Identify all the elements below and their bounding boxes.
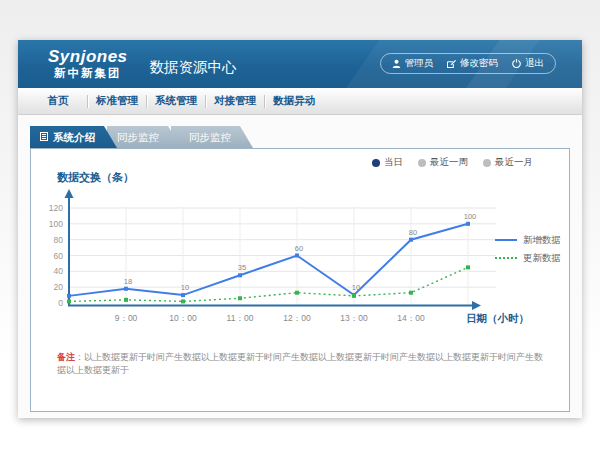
legend-item-updated-data[interactable]: 更新数据 [495, 249, 561, 267]
chart-legend: 新增数据 更新数据 [495, 231, 561, 267]
filter-label: 最近一月 [495, 156, 533, 169]
footnote-prefix: 备注 [57, 352, 75, 362]
svg-text:日期（小时）: 日期（小时） [466, 312, 529, 325]
edit-icon [447, 59, 456, 68]
radio-icon [418, 159, 426, 167]
svg-text:10：00: 10：00 [169, 313, 197, 323]
filter-label: 最近一周 [430, 156, 468, 169]
current-user[interactable]: 管理员 [392, 57, 434, 70]
user-name-label: 管理员 [405, 57, 434, 70]
svg-text:60: 60 [54, 251, 64, 261]
tab-sync-monitor-1[interactable]: 同步监控 [107, 126, 181, 148]
tab-label: 系统介绍 [53, 126, 95, 148]
nav-item-standard-mgmt[interactable]: 标准管理 [88, 94, 146, 108]
footnote-text: ：以上数据更新于时间产生数据以上数据更新于时间产生数据以上数据更新于时间产生数据… [57, 352, 543, 375]
svg-text:120: 120 [49, 203, 63, 213]
svg-text:100: 100 [464, 212, 477, 221]
svg-text:10: 10 [352, 283, 360, 292]
user-icon [392, 59, 401, 68]
svg-text:35: 35 [238, 263, 246, 272]
filter-last-week[interactable]: 最近一周 [418, 156, 468, 169]
radio-icon [483, 159, 491, 167]
brand-name: Synjones [48, 48, 128, 67]
chart-panel: 当日 最近一周 最近一月 数据交换（条） 0204060801001209：00… [30, 148, 570, 412]
svg-text:12：00: 12：00 [283, 313, 311, 323]
brand-subtitle: 新中新集团 [48, 67, 128, 80]
svg-text:40: 40 [54, 266, 64, 276]
tab-bar: 系统介绍 同步监控 同步监控 [18, 115, 582, 148]
svg-text:9：00: 9：00 [115, 313, 138, 323]
legend-item-new-data[interactable]: 新增数据 [495, 231, 561, 249]
change-password-label: 修改密码 [460, 57, 498, 70]
svg-text:13：00: 13：00 [340, 313, 368, 323]
brand-logo: Synjones 新中新集团 [48, 48, 128, 79]
nav-item-interface-mgmt[interactable]: 对接管理 [206, 94, 264, 108]
svg-text:0: 0 [58, 298, 63, 308]
svg-text:80: 80 [54, 235, 64, 245]
tab-label: 同步监控 [189, 126, 231, 148]
content-area: 系统介绍 同步监控 同步监控 当日 最近一周 [18, 115, 582, 418]
y-axis-title: 数据交换（条） [57, 170, 134, 185]
app-header: Synjones 新中新集团 数据资源中心 管理员 修改密码 退出 [18, 40, 582, 88]
footnote: 备注：以上数据更新于时间产生数据以上数据更新于时间产生数据以上数据更新于时间产生… [57, 351, 547, 376]
legend-label: 新增数据 [523, 234, 561, 247]
svg-text:80: 80 [409, 228, 417, 237]
nav-item-data-changes[interactable]: 数据异动 [265, 94, 323, 108]
tab-sync-monitor-2[interactable]: 同步监控 [171, 126, 253, 148]
radio-selected-icon [372, 159, 380, 167]
filter-label: 当日 [384, 156, 403, 169]
page-title: 数据资源中心 [150, 58, 237, 77]
nav-item-home[interactable]: 首页 [29, 94, 87, 108]
main-nav: 首页 标准管理 系统管理 对接管理 数据异动 [18, 88, 582, 115]
logout-button[interactable]: 退出 [512, 57, 544, 70]
svg-text:18: 18 [124, 277, 132, 286]
legend-label: 更新数据 [523, 252, 561, 265]
svg-text:10: 10 [181, 283, 189, 292]
svg-text:100: 100 [49, 219, 63, 229]
user-toolbar: 管理员 修改密码 退出 [380, 53, 557, 74]
tab-label: 同步监控 [117, 126, 159, 148]
logout-label: 退出 [525, 57, 544, 70]
tab-system-intro[interactable]: 系统介绍 [30, 126, 117, 148]
svg-text:14：00: 14：00 [397, 313, 425, 323]
time-range-filters: 当日 最近一周 最近一月 [372, 156, 533, 169]
svg-text:20: 20 [54, 282, 64, 292]
power-icon [512, 59, 521, 68]
filter-last-month[interactable]: 最近一月 [483, 156, 533, 169]
svg-text:11：00: 11：00 [227, 313, 254, 323]
nav-item-system-mgmt[interactable]: 系统管理 [147, 94, 205, 108]
svg-text:60: 60 [295, 244, 303, 253]
green-dotted-line-icon [495, 257, 517, 259]
change-password-button[interactable]: 修改密码 [447, 57, 498, 70]
blue-line-icon [495, 239, 517, 241]
document-icon [40, 126, 48, 148]
app-window: Synjones 新中新集团 数据资源中心 管理员 修改密码 退出 [18, 40, 582, 418]
filter-today[interactable]: 当日 [372, 156, 403, 169]
